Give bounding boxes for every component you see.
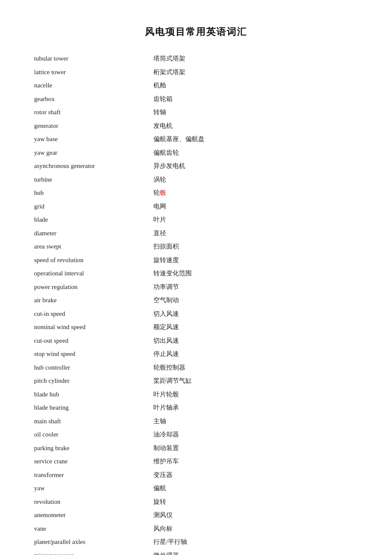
en-term: service crane [34, 455, 153, 468]
list-item: diameter直径 [34, 227, 358, 240]
zh-term: 机舱 [153, 79, 358, 92]
zh-term: 测风仪 [153, 509, 358, 522]
list-item: air brake空气制动 [34, 294, 358, 307]
en-term: area swept [34, 240, 153, 254]
zh-term: 旋转 [153, 495, 358, 509]
list-item: cut-in speed切入风速 [34, 307, 358, 321]
zh-term: 偏航 [153, 482, 358, 495]
en-term: asynchronous generator [34, 159, 153, 173]
list-item: hub controller轮毂控制器 [34, 361, 358, 375]
en-term: microprocessor [34, 549, 153, 555]
en-term: operational interval [34, 267, 153, 280]
list-item: nacelle机舱 [34, 79, 358, 92]
zh-term: 维护吊车 [153, 455, 358, 468]
zh-term: 功率调节 [153, 280, 358, 294]
list-item: pitch cylinder桨距调节气缸 [34, 374, 358, 388]
page-title: 风电项目常用英语词汇 [34, 26, 358, 38]
en-term: rotor shaft [34, 106, 153, 119]
list-item: parking brake制动装置 [34, 442, 358, 455]
en-term: oil cooler [34, 428, 153, 442]
zh-term: 油冷却器 [153, 428, 358, 442]
en-term: transformer [34, 468, 153, 482]
list-item: vane风向标 [34, 522, 358, 536]
list-item: anemometer测风仪 [34, 509, 358, 522]
en-term: speed of revolution [34, 254, 153, 267]
list-item: hub轮毂 [34, 186, 358, 200]
list-item: revolution旋转 [34, 495, 358, 509]
en-term: revolution [34, 495, 153, 509]
zh-term: 扫掠面积 [153, 240, 358, 254]
list-item: nominal wind speed额定风速 [34, 321, 358, 334]
vocab-table: tubular tower塔筒式塔架lattice tower桁架式塔架nace… [34, 52, 358, 555]
en-term: hub controller [34, 361, 153, 375]
en-term: air brake [34, 294, 153, 307]
zh-term: 桨距调节气缸 [153, 374, 358, 388]
en-term: hub [34, 186, 153, 200]
zh-term: 轮毂控制器 [153, 361, 358, 375]
list-item: turbine涡轮 [34, 173, 358, 187]
zh-term: 停止风速 [153, 347, 358, 361]
en-term: nacelle [34, 79, 153, 92]
zh-term: 行星/平行轴 [153, 535, 358, 549]
list-item: blade bearing叶片轴承 [34, 401, 358, 415]
zh-term: 切入风速 [153, 307, 358, 321]
en-term: vane [34, 522, 153, 536]
zh-term: 旋转速度 [153, 254, 358, 267]
en-term: parking brake [34, 442, 153, 455]
en-term: generator [34, 119, 153, 133]
en-term: yaw base [34, 133, 153, 146]
list-item: yaw base偏航基座、偏航盘 [34, 133, 358, 146]
list-item: oil cooler油冷却器 [34, 428, 358, 442]
en-term: planet/parallel axles [34, 535, 153, 549]
list-item: transformer变压器 [34, 468, 358, 482]
zh-term: 异步发电机 [153, 159, 358, 173]
zh-term: 偏航基座、偏航盘 [153, 133, 358, 146]
en-term: cut-out speed [34, 334, 153, 348]
en-term: stop wind speed [34, 347, 153, 361]
list-item: tubular tower塔筒式塔架 [34, 52, 358, 66]
list-item: speed of revolution旋转速度 [34, 254, 358, 267]
en-term: turbine [34, 173, 153, 187]
zh-term: 切出风速 [153, 334, 358, 348]
zh-term: 额定风速 [153, 321, 358, 334]
list-item: rotor shaft转轴 [34, 106, 358, 119]
list-item: stop wind speed停止风速 [34, 347, 358, 361]
zh-term: 电网 [153, 200, 358, 214]
zh-term: 制动装置 [153, 442, 358, 455]
zh-term: 齿轮箱 [153, 92, 358, 106]
en-term: anemometer [34, 509, 153, 522]
en-term: blade [34, 213, 153, 227]
list-item: main shaft主轴 [34, 415, 358, 428]
list-item: yaw偏航 [34, 482, 358, 495]
list-item: lattice tower桁架式塔架 [34, 66, 358, 79]
list-item: gearbox齿轮箱 [34, 92, 358, 106]
list-item: planet/parallel axles行星/平行轴 [34, 535, 358, 549]
zh-term: 风向标 [153, 522, 358, 536]
list-item: grid电网 [34, 200, 358, 214]
en-term: gearbox [34, 92, 153, 106]
zh-term: 塔筒式塔架 [153, 52, 358, 66]
en-term: pitch cylinder [34, 374, 153, 388]
zh-term: 主轴 [153, 415, 358, 428]
list-item: operational interval转速变化范围 [34, 267, 358, 280]
en-term: yaw [34, 482, 153, 495]
zh-term: 微处理器 [153, 549, 358, 555]
zh-term: 转速变化范围 [153, 267, 358, 280]
zh-term: 转轴 [153, 106, 358, 119]
zh-term: 直径 [153, 227, 358, 240]
en-term: blade bearing [34, 401, 153, 415]
en-term: tubular tower [34, 52, 153, 66]
en-term: yaw gear [34, 146, 153, 160]
list-item: service crane维护吊车 [34, 455, 358, 468]
zh-term: 桁架式塔架 [153, 66, 358, 79]
zh-term: 涡轮 [153, 173, 358, 187]
list-item: blade hub叶片轮毂 [34, 388, 358, 402]
list-item: power regulation功率调节 [34, 280, 358, 294]
list-item: yaw gear偏航齿轮 [34, 146, 358, 160]
zh-term: 叶片 [153, 213, 358, 227]
en-term: lattice tower [34, 66, 153, 79]
zh-term: 偏航齿轮 [153, 146, 358, 160]
zh-term: 轮毂 [153, 186, 358, 200]
zh-term: 叶片轮毂 [153, 388, 358, 402]
en-term: diameter [34, 227, 153, 240]
